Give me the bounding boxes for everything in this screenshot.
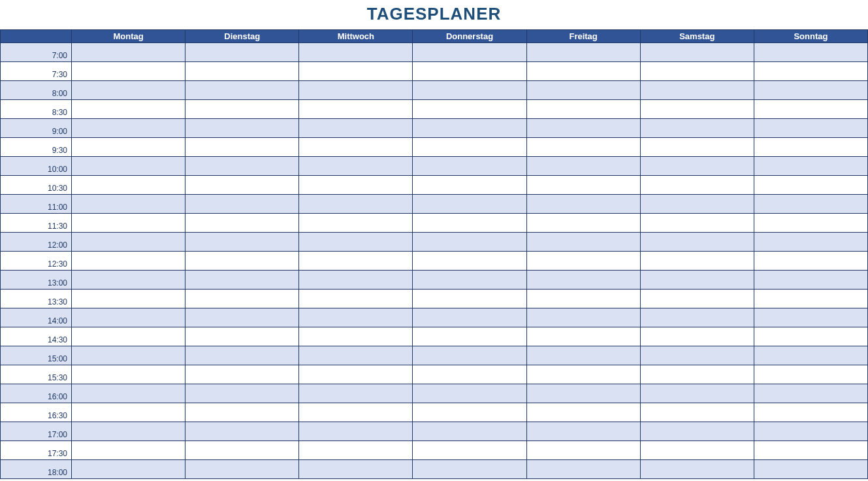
schedule-cell[interactable] <box>299 233 413 252</box>
schedule-cell[interactable] <box>413 100 526 119</box>
schedule-cell[interactable] <box>413 119 526 138</box>
schedule-cell[interactable] <box>185 138 299 157</box>
schedule-cell[interactable] <box>640 441 754 460</box>
schedule-cell[interactable] <box>413 233 526 252</box>
schedule-cell[interactable] <box>299 138 413 157</box>
schedule-cell[interactable] <box>526 176 640 195</box>
schedule-cell[interactable] <box>754 384 867 403</box>
schedule-cell[interactable] <box>413 138 526 157</box>
schedule-cell[interactable] <box>72 346 185 365</box>
schedule-cell[interactable] <box>754 422 867 441</box>
schedule-cell[interactable] <box>640 138 754 157</box>
schedule-cell[interactable] <box>413 308 526 327</box>
schedule-cell[interactable] <box>640 62 754 81</box>
schedule-cell[interactable] <box>640 195 754 214</box>
schedule-cell[interactable] <box>72 119 185 138</box>
schedule-cell[interactable] <box>754 214 867 233</box>
schedule-cell[interactable] <box>754 271 867 290</box>
schedule-cell[interactable] <box>185 62 299 81</box>
schedule-cell[interactable] <box>640 403 754 422</box>
schedule-cell[interactable] <box>413 441 526 460</box>
schedule-cell[interactable] <box>72 43 185 62</box>
schedule-cell[interactable] <box>299 100 413 119</box>
schedule-cell[interactable] <box>413 327 526 346</box>
schedule-cell[interactable] <box>72 81 185 100</box>
schedule-cell[interactable] <box>185 119 299 138</box>
schedule-cell[interactable] <box>299 384 413 403</box>
schedule-cell[interactable] <box>640 365 754 384</box>
schedule-cell[interactable] <box>72 365 185 384</box>
schedule-cell[interactable] <box>754 138 867 157</box>
schedule-cell[interactable] <box>413 176 526 195</box>
schedule-cell[interactable] <box>185 460 299 479</box>
schedule-cell[interactable] <box>185 271 299 290</box>
schedule-cell[interactable] <box>413 365 526 384</box>
schedule-cell[interactable] <box>185 403 299 422</box>
schedule-cell[interactable] <box>640 119 754 138</box>
schedule-cell[interactable] <box>72 384 185 403</box>
schedule-cell[interactable] <box>526 43 640 62</box>
schedule-cell[interactable] <box>299 308 413 327</box>
schedule-cell[interactable] <box>754 62 867 81</box>
schedule-cell[interactable] <box>185 384 299 403</box>
schedule-cell[interactable] <box>185 290 299 308</box>
schedule-cell[interactable] <box>72 327 185 346</box>
schedule-cell[interactable] <box>185 308 299 327</box>
schedule-cell[interactable] <box>754 195 867 214</box>
schedule-cell[interactable] <box>299 119 413 138</box>
schedule-cell[interactable] <box>299 271 413 290</box>
schedule-cell[interactable] <box>526 100 640 119</box>
schedule-cell[interactable] <box>754 365 867 384</box>
schedule-cell[interactable] <box>413 290 526 308</box>
schedule-cell[interactable] <box>640 271 754 290</box>
schedule-cell[interactable] <box>72 157 185 176</box>
schedule-cell[interactable] <box>413 43 526 62</box>
schedule-cell[interactable] <box>185 346 299 365</box>
schedule-cell[interactable] <box>185 233 299 252</box>
schedule-cell[interactable] <box>185 195 299 214</box>
schedule-cell[interactable] <box>413 384 526 403</box>
schedule-cell[interactable] <box>185 214 299 233</box>
schedule-cell[interactable] <box>640 384 754 403</box>
schedule-cell[interactable] <box>299 43 413 62</box>
schedule-cell[interactable] <box>413 157 526 176</box>
schedule-cell[interactable] <box>413 271 526 290</box>
schedule-cell[interactable] <box>526 460 640 479</box>
schedule-cell[interactable] <box>754 346 867 365</box>
schedule-cell[interactable] <box>640 100 754 119</box>
schedule-cell[interactable] <box>526 157 640 176</box>
schedule-cell[interactable] <box>413 422 526 441</box>
schedule-cell[interactable] <box>640 327 754 346</box>
schedule-cell[interactable] <box>299 365 413 384</box>
schedule-cell[interactable] <box>526 195 640 214</box>
schedule-cell[interactable] <box>640 157 754 176</box>
schedule-cell[interactable] <box>526 252 640 271</box>
schedule-cell[interactable] <box>526 346 640 365</box>
schedule-cell[interactable] <box>413 346 526 365</box>
schedule-cell[interactable] <box>299 422 413 441</box>
schedule-cell[interactable] <box>526 422 640 441</box>
schedule-cell[interactable] <box>754 119 867 138</box>
schedule-cell[interactable] <box>185 327 299 346</box>
schedule-cell[interactable] <box>299 81 413 100</box>
schedule-cell[interactable] <box>754 81 867 100</box>
schedule-cell[interactable] <box>640 346 754 365</box>
schedule-cell[interactable] <box>640 81 754 100</box>
schedule-cell[interactable] <box>299 214 413 233</box>
schedule-cell[interactable] <box>299 195 413 214</box>
schedule-cell[interactable] <box>185 365 299 384</box>
schedule-cell[interactable] <box>185 81 299 100</box>
schedule-cell[interactable] <box>72 308 185 327</box>
schedule-cell[interactable] <box>526 271 640 290</box>
schedule-cell[interactable] <box>640 290 754 308</box>
schedule-cell[interactable] <box>526 403 640 422</box>
schedule-cell[interactable] <box>413 195 526 214</box>
schedule-cell[interactable] <box>526 62 640 81</box>
schedule-cell[interactable] <box>185 43 299 62</box>
schedule-cell[interactable] <box>72 252 185 271</box>
schedule-cell[interactable] <box>299 252 413 271</box>
schedule-cell[interactable] <box>413 62 526 81</box>
schedule-cell[interactable] <box>526 308 640 327</box>
schedule-cell[interactable] <box>413 460 526 479</box>
schedule-cell[interactable] <box>185 176 299 195</box>
